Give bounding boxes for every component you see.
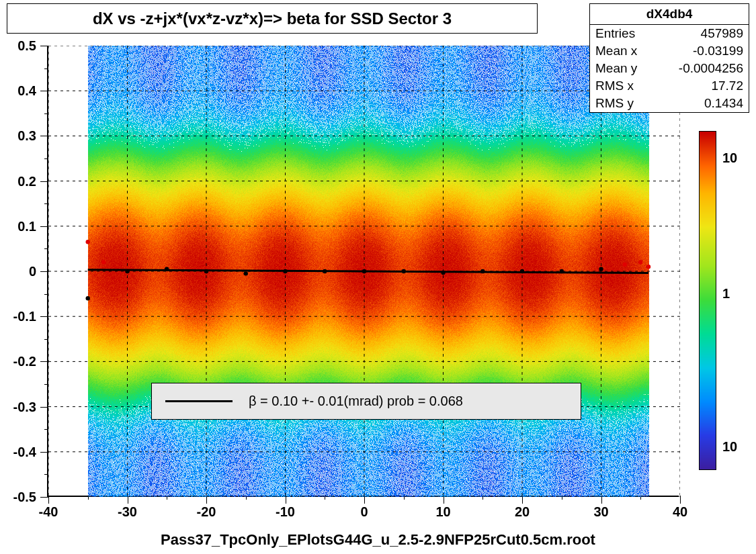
stats-box: dX4db4 Entries 457989 Mean x -0.03199 Me… — [589, 3, 749, 113]
stats-rmsy-value: 0.1434 — [704, 96, 743, 111]
file-caption: Pass37_TpcOnly_EPlotsG44G_u_2.5-2.9NFP25… — [0, 531, 756, 549]
stats-meany-label: Mean y — [595, 61, 637, 76]
x-tick-label: -30 — [118, 504, 137, 520]
palette-tick-label: 1 — [722, 286, 730, 302]
plot-title: dX vs -z+jx*(vx*z-vz*x)=> beta for SSD S… — [7, 3, 538, 34]
y-tick-label: -0.2 — [13, 354, 36, 369]
stats-rmsx: RMS x 17.72 — [590, 77, 749, 95]
stats-rmsy-label: RMS y — [595, 96, 634, 111]
palette-tick-label: 10 — [722, 150, 737, 166]
stats-rmsx-value: 17.72 — [711, 79, 743, 93]
stats-meany-value: -0.0004256 — [679, 61, 743, 76]
y-tick-label: 0.2 — [17, 173, 36, 189]
y-tick-label: 0.5 — [17, 38, 36, 54]
x-tick-label: 30 — [593, 504, 608, 520]
y-tick-label: -0.3 — [13, 399, 36, 414]
stats-meanx: Mean x -0.03199 — [590, 42, 749, 60]
y-tick-label: 0 — [29, 264, 36, 279]
stats-name: dX4db4 — [590, 4, 749, 25]
legend-text: β = 0.10 +- 0.01(mrad) prob = 0.068 — [249, 394, 463, 409]
y-tick-label: -0.4 — [13, 444, 36, 459]
stats-meanx-label: Mean x — [595, 44, 637, 58]
root-chart: dX vs -z+jx*(vx*z-vz*x)=> beta for SSD S… — [0, 0, 756, 554]
y-tick-label: -0.1 — [13, 309, 36, 324]
stats-meany: Mean y -0.0004256 — [590, 60, 749, 77]
x-tick-label: 20 — [515, 504, 530, 520]
x-tick-label: -20 — [197, 504, 216, 520]
color-palette — [699, 131, 716, 470]
stats-entries: Entries 457989 — [590, 25, 749, 42]
y-tick-label: 0.3 — [17, 128, 36, 144]
stats-entries-value: 457989 — [701, 26, 743, 41]
fit-legend: β = 0.10 +- 0.01(mrad) prob = 0.068 — [151, 383, 581, 420]
stats-rmsx-label: RMS x — [595, 79, 634, 93]
y-tick-label: 0.4 — [17, 83, 36, 99]
y-tick-label: -0.5 — [13, 490, 36, 505]
x-tick-label: 0 — [360, 504, 368, 520]
legend-line-sample — [165, 400, 233, 402]
heatmap-canvas — [48, 46, 680, 497]
y-tick-label: 0.1 — [17, 218, 36, 234]
plot-area: -40-30-20-10010203040-0.5-0.4-0.3-0.2-0.… — [47, 46, 679, 497]
palette-canvas — [700, 132, 716, 469]
x-tick-label: 10 — [435, 504, 450, 520]
stats-meanx-value: -0.03199 — [693, 44, 743, 58]
stats-rmsy: RMS y 0.1434 — [590, 95, 749, 112]
stats-entries-label: Entries — [595, 26, 635, 41]
x-tick-label: -10 — [276, 504, 295, 520]
x-tick-label: 40 — [673, 504, 687, 520]
palette-tick-label: 10 — [722, 438, 737, 454]
x-tick-label: -40 — [39, 504, 58, 520]
